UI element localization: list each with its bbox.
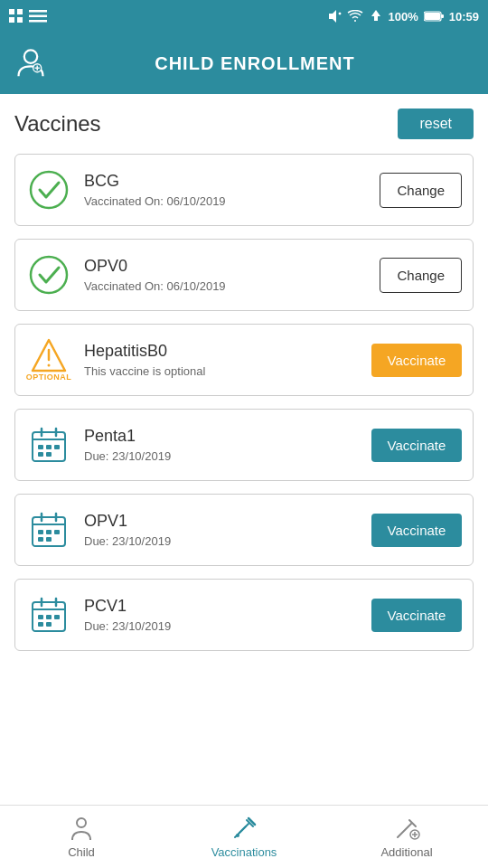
svg-point-21 (31, 172, 67, 208)
vaccines-title: Vaccines (14, 111, 101, 137)
svg-rect-3 (17, 17, 23, 23)
nav-item-vaccinations[interactable]: Vaccinations (163, 806, 325, 868)
calendar-icon (29, 510, 69, 550)
svg-rect-52 (46, 622, 52, 627)
svg-line-59 (398, 824, 411, 837)
vaccine-info-bcg: BCG Vaccinated On: 06/10/2019 (84, 172, 367, 208)
vaccine-action-penta1: Vaccinate (371, 429, 462, 462)
svg-rect-32 (54, 445, 60, 449)
nav-item-child[interactable]: Child (0, 806, 163, 868)
check-icon (29, 255, 69, 295)
svg-point-25 (48, 364, 51, 367)
person-icon (14, 45, 47, 81)
time-display: 10:59 (449, 10, 479, 24)
vaccine-sub-opv0: Vaccinated On: 06/10/2019 (84, 279, 367, 293)
svg-rect-4 (29, 10, 47, 13)
vaccine-action-opv0: Change (380, 258, 462, 293)
svg-rect-43 (46, 537, 52, 542)
svg-rect-42 (38, 537, 43, 542)
calendar-icon (29, 425, 69, 465)
svg-rect-33 (38, 452, 43, 457)
svg-rect-0 (9, 9, 14, 14)
vaccine-button-bcg[interactable]: Change (380, 173, 462, 208)
vaccine-info-opv0: OPV0 Vaccinated On: 06/10/2019 (84, 257, 367, 293)
vaccine-card-pcv1: PCV1 Due: 23/10/2019 Vaccinate (14, 579, 474, 651)
vaccine-button-opv1[interactable]: Vaccinate (371, 514, 462, 547)
vaccine-info-pcv1: PCV1 Due: 23/10/2019 (84, 597, 359, 633)
svg-rect-49 (46, 615, 52, 619)
vaccine-list: BCG Vaccinated On: 06/10/2019 Change OPV… (14, 154, 474, 651)
vaccine-icon-hepatitisb0: OPTIONAL (26, 337, 71, 382)
vaccine-icon-penta1 (26, 422, 71, 467)
vaccine-name-opv1: OPV1 (84, 512, 359, 531)
vaccines-header: Vaccines reset (14, 108, 474, 139)
vaccine-name-pcv1: PCV1 (84, 597, 359, 616)
syringe-nav-icon (230, 815, 258, 842)
vaccine-sub-bcg: Vaccinated On: 06/10/2019 (84, 194, 367, 208)
svg-point-13 (24, 50, 37, 62)
battery-text: 100% (389, 10, 418, 24)
mute-icon (327, 9, 342, 24)
vaccine-action-hepatitisb0: Vaccinate (371, 344, 462, 377)
vaccine-card-opv0: OPV0 Vaccinated On: 06/10/2019 Change (14, 239, 474, 311)
vaccine-sub-hepatitisb0: This vaccine is optional (84, 364, 359, 378)
svg-rect-11 (425, 13, 440, 20)
vaccine-button-hepatitisb0[interactable]: Vaccinate (371, 344, 462, 377)
additional-nav-label: Additional (380, 845, 432, 859)
battery-icon (424, 11, 444, 22)
vaccine-name-opv0: OPV0 (84, 257, 367, 276)
svg-rect-39 (38, 530, 43, 534)
vaccine-sub-pcv1: Due: 23/10/2019 (84, 619, 359, 633)
vaccine-name-penta1: Penta1 (84, 427, 359, 446)
svg-point-22 (31, 257, 67, 293)
warning-icon: OPTIONAL (26, 338, 72, 382)
vaccine-card-hepatitisb0: OPTIONAL HepatitisB0 This vaccine is opt… (14, 324, 474, 396)
svg-rect-5 (29, 15, 47, 18)
calendar-icon (29, 595, 69, 635)
vaccine-card-penta1: Penta1 Due: 23/10/2019 Vaccinate (14, 409, 474, 481)
svg-rect-1 (17, 9, 23, 14)
grid-icon (9, 9, 23, 24)
vaccine-name-hepatitisb0: HepatitisB0 (84, 342, 359, 361)
vaccine-icon-opv0 (26, 252, 71, 297)
airplane-icon (369, 9, 383, 24)
list-icon (29, 10, 47, 23)
vaccine-icon-bcg (26, 167, 71, 212)
vaccine-icon-pcv1 (26, 592, 71, 637)
check-icon (29, 170, 69, 210)
vaccine-button-opv0[interactable]: Change (380, 258, 462, 293)
svg-rect-12 (441, 14, 444, 18)
vaccine-button-pcv1[interactable]: Vaccinate (371, 599, 462, 632)
svg-rect-50 (54, 615, 60, 619)
svg-rect-51 (38, 622, 43, 627)
wifi-icon (347, 10, 363, 23)
vaccinations-nav-label: Vaccinations (211, 845, 277, 859)
child-nav-label: Child (68, 845, 95, 859)
vaccine-card-bcg: BCG Vaccinated On: 06/10/2019 Change (14, 154, 474, 226)
vaccine-info-penta1: Penta1 Due: 23/10/2019 (84, 427, 359, 463)
vaccine-name-bcg: BCG (84, 172, 367, 191)
vaccine-action-opv1: Vaccinate (371, 514, 462, 547)
child-nav-icon (68, 815, 95, 842)
nav-item-additional[interactable]: Additional (325, 806, 488, 868)
svg-point-58 (236, 834, 239, 837)
vaccine-info-hepatitisb0: HepatitisB0 This vaccine is optional (84, 342, 359, 378)
svg-rect-34 (46, 452, 52, 457)
vaccine-button-penta1[interactable]: Vaccinate (371, 429, 462, 462)
svg-rect-31 (46, 445, 52, 449)
svg-rect-2 (9, 17, 14, 23)
status-left (9, 9, 47, 24)
vaccine-card-opv1: OPV1 Due: 23/10/2019 Vaccinate (14, 494, 474, 566)
main-content: Vaccines reset BCG Vaccinated On: 06/10/… (0, 94, 488, 805)
page-title: CHILD ENROLLMENT (155, 53, 355, 74)
app-header: CHILD ENROLLMENT (0, 33, 488, 94)
vaccine-icon-opv1 (26, 507, 71, 552)
vaccine-sub-penta1: Due: 23/10/2019 (84, 449, 359, 463)
svg-rect-6 (29, 20, 47, 23)
vaccine-action-pcv1: Vaccinate (371, 599, 462, 632)
additional-nav-icon (393, 815, 420, 842)
reset-button[interactable]: reset (398, 108, 474, 139)
svg-rect-41 (54, 530, 60, 534)
svg-rect-40 (46, 530, 52, 534)
svg-marker-7 (329, 10, 336, 23)
